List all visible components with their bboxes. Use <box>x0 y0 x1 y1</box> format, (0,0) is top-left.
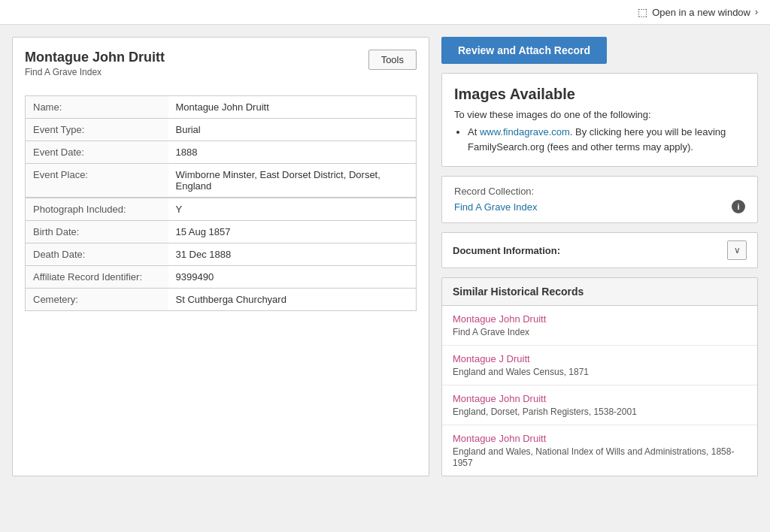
table-row: Cemetery:St Cuthberga Churchyard <box>26 289 417 311</box>
similar-record-collection: England and Wales, National Index of Wil… <box>453 446 734 468</box>
document-info-bar: Document Information: ∨ <box>441 232 758 268</box>
similar-records-card: Similar Historical Records Montague John… <box>441 277 758 476</box>
table-value: 15 Aug 1857 <box>168 221 417 243</box>
similar-record-item: Montague John DruittFind A Grave Index <box>442 306 757 346</box>
table-row: Event Place:Wimborne Minster, East Dorse… <box>26 164 417 198</box>
table-label: Name: <box>26 96 168 119</box>
bullet-text: At <box>468 126 480 138</box>
table-value: Burial <box>168 119 417 141</box>
table-value: 1888 <box>168 141 417 164</box>
open-new-window-link[interactable]: Open in a new window <box>652 7 750 18</box>
table-value: 31 Dec 1888 <box>168 243 417 266</box>
collection-row: Find A Grave Index i <box>454 200 745 213</box>
record-subtitle: Find A Grave Index <box>25 67 165 77</box>
table-value: Wimborne Minster, East Dorset District, … <box>168 164 417 198</box>
similar-records-title: Similar Historical Records <box>442 278 757 306</box>
record-collection-card: Record Collection: Find A Grave Index i <box>441 176 758 223</box>
open-new-window-label: Open in a new window <box>652 7 750 18</box>
similar-records-list: Montague John DruittFind A Grave IndexMo… <box>442 306 757 476</box>
similar-record-collection: England and Wales Census, 1871 <box>453 367 589 377</box>
images-list-item: At www.findagrave.com. By clicking here … <box>468 125 745 154</box>
similar-record-name-link[interactable]: Montague John Druitt <box>453 313 747 325</box>
table-value: Y <box>168 198 417 221</box>
table-label: Event Place: <box>26 164 168 198</box>
similar-record-item: Montague John DruittEngland and Wales, N… <box>442 425 757 476</box>
table-value: 9399490 <box>168 266 417 289</box>
document-info-expand-button[interactable]: ∨ <box>727 240 747 260</box>
info-icon[interactable]: i <box>732 200 745 213</box>
findagrave-link[interactable]: www.findagrave.com <box>480 126 570 138</box>
images-available-title: Images Available <box>454 86 745 103</box>
similar-record-collection: England, Dorset, Parish Registers, 1538-… <box>453 407 637 417</box>
table-value: St Cuthberga Churchyard <box>168 289 417 311</box>
table-row: Death Date:31 Dec 1888 <box>26 243 417 266</box>
document-info-label: Document Information: <box>453 245 560 256</box>
left-panel: Montague John Druitt Find A Grave Index … <box>12 37 429 476</box>
images-description: To view these images do one of the follo… <box>454 109 745 120</box>
topbar-chevron-icon: › <box>755 7 758 17</box>
table-label: Photograph Included: <box>26 198 168 221</box>
table-label: Death Date: <box>26 243 168 266</box>
table-row: Birth Date:15 Aug 1857 <box>26 221 417 243</box>
similar-record-name-link[interactable]: Montague John Druitt <box>453 433 747 444</box>
top-bar: ⬚ Open in a new window › <box>0 0 770 25</box>
table-label: Affiliate Record Identifier: <box>26 266 168 289</box>
tools-button[interactable]: Tools <box>368 50 417 70</box>
similar-record-collection: Find A Grave Index <box>453 327 529 337</box>
record-table: Name:Montague John DruittEvent Type:Buri… <box>25 95 417 311</box>
table-row: Photograph Included:Y <box>26 198 417 221</box>
table-row: Event Date:1888 <box>26 141 417 164</box>
similar-record-name-link[interactable]: Montague J Druitt <box>453 353 747 364</box>
images-available-card: Images Available To view these images do… <box>441 73 758 167</box>
record-header: Montague John Druitt Find A Grave Index <box>25 50 165 86</box>
table-row: Name:Montague John Druitt <box>26 96 417 119</box>
title-row: Montague John Druitt Find A Grave Index … <box>25 50 417 86</box>
table-row: Event Type:Burial <box>26 119 417 141</box>
similar-record-name-link[interactable]: Montague John Druitt <box>453 393 747 404</box>
table-label: Cemetery: <box>26 289 168 311</box>
find-grave-index-link[interactable]: Find A Grave Index <box>454 201 538 213</box>
open-window-icon: ⬚ <box>638 6 647 18</box>
main-container: Montague John Druitt Find A Grave Index … <box>0 25 770 488</box>
table-row: Affiliate Record Identifier:9399490 <box>26 266 417 289</box>
record-title: Montague John Druitt <box>25 50 165 65</box>
table-label: Event Type: <box>26 119 168 141</box>
table-value: Montague John Druitt <box>168 96 417 119</box>
images-list: At www.findagrave.com. By clicking here … <box>454 125 745 154</box>
similar-record-item: Montague John DruittEngland, Dorset, Par… <box>442 385 757 425</box>
similar-record-item: Montague J DruittEngland and Wales Censu… <box>442 346 757 385</box>
right-panel: Review and Attach Record Images Availabl… <box>429 37 758 476</box>
table-label: Birth Date: <box>26 221 168 243</box>
review-attach-button[interactable]: Review and Attach Record <box>441 37 607 64</box>
record-collection-label: Record Collection: <box>454 186 745 197</box>
table-label: Event Date: <box>26 141 168 164</box>
